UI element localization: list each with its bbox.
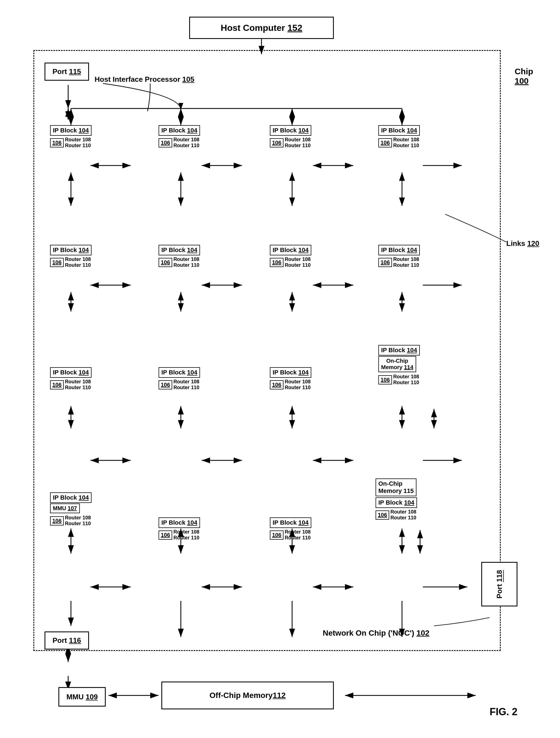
ni-r3c3: 106 xyxy=(270,380,283,389)
cell-r1-c3: IP Block 104 106 Router 108 Router 110 xyxy=(270,125,311,148)
ni-r3c4: 106 xyxy=(378,375,392,384)
ni-r2c3: 106 xyxy=(270,258,283,267)
ni-r1c1: 106 xyxy=(50,138,64,147)
router-row-r2c3: 106 Router 108 Router 110 xyxy=(270,257,310,268)
chip-border xyxy=(33,50,501,651)
ip-block-r4c2: IP Block 104 xyxy=(159,517,200,528)
cell-r2-c1: IP Block 104 106 Router 108 Router 110 xyxy=(50,245,91,268)
router-row-r3c3: 106 Router 108 Router 110 xyxy=(270,379,310,391)
ip-block-r2c2: IP Block 104 xyxy=(159,245,200,255)
router-row-r2c4: 106 Router 108 Router 110 xyxy=(378,257,419,268)
router-row-r1c1: 106 Router 108 Router 110 xyxy=(50,137,91,148)
host-computer-number: 152 xyxy=(287,23,302,33)
router-row-r4c1: 106 Router 108 Router 110 xyxy=(50,515,91,526)
router-row-r4c3: 106 Router 108 Router 110 xyxy=(270,529,310,541)
ip-block-r4c1: IP Block 104 xyxy=(50,492,91,503)
port-115-box: Port 115 xyxy=(44,63,89,81)
cell-r1-c2: IP Block 104 106 Router 108 Router 110 xyxy=(159,125,200,148)
cell-r4-c3: IP Block 104 106 Router 108 Router 110 xyxy=(270,517,311,541)
cell-r1-c4: IP Block 104 106 Router 108 Router 110 xyxy=(378,125,420,148)
mmu-107-box: MMU 107 xyxy=(50,503,80,513)
ni-r4c3: 106 xyxy=(270,530,283,540)
cell-r3-c3: IP Block 104 106 Router 108 Router 110 xyxy=(270,367,311,391)
ip-block-r3c2: IP Block 104 xyxy=(159,367,200,378)
cell-r3-c1: IP Block 104 106 Router 108 Router 110 xyxy=(50,367,91,391)
ip-block-r1c2: IP Block 104 xyxy=(159,125,200,136)
ni-r4c4: 106 xyxy=(375,510,389,519)
ip-block-r1c1: IP Block 104 xyxy=(50,125,91,136)
ip-block-r2c1: IP Block 104 xyxy=(50,245,91,255)
links-label: Links 120 xyxy=(506,239,539,248)
ni-r2c1: 106 xyxy=(50,258,64,267)
router-row-r3c4: 106 Router 108 Router 110 xyxy=(378,374,419,386)
ni-r1c2: 106 xyxy=(159,138,172,147)
ip-block-r3c4: IP Block 104 xyxy=(378,345,420,356)
ip-block-r2c3: IP Block 104 xyxy=(270,245,311,255)
ip-block-r4c3: IP Block 104 xyxy=(270,517,311,528)
router-row-r3c1: 106 Router 108 Router 110 xyxy=(50,379,91,391)
hip-label: Host Interface Processor 105 xyxy=(94,75,194,84)
cell-r4-c1: IP Block 104 MMU 107 106 Router 108 Rout… xyxy=(50,492,91,526)
router-row-r4c2: 106 Router 108 Router 110 xyxy=(159,529,199,541)
noc-label: Network On Chip ('NOC') 102 xyxy=(323,629,430,638)
ip-block-r3c1: IP Block 104 xyxy=(50,367,91,378)
fig-label: FIG. 2 xyxy=(490,706,517,718)
ni-r1c4: 106 xyxy=(378,138,392,147)
ni-r3c1: 106 xyxy=(50,380,64,389)
ip-block-r1c4: IP Block 104 xyxy=(378,125,420,136)
ip-block-r4c4: IP Block 104 xyxy=(375,497,417,508)
ni-r4c1: 106 xyxy=(50,516,64,525)
router-row-r2c1: 106 Router 108 Router 110 xyxy=(50,257,91,268)
ip-block-r1c3: IP Block 104 xyxy=(270,125,311,136)
router-row-r3c2: 106 Router 108 Router 110 xyxy=(159,379,199,391)
cell-r2-c3: IP Block 104 106 Router 108 Router 110 xyxy=(270,245,311,268)
ip-block-r3c3: IP Block 104 xyxy=(270,367,311,378)
cell-r4-c4: On-ChipMemory 115 IP Block 104 106 Route… xyxy=(375,478,417,521)
cell-r4-c2: IP Block 104 106 Router 108 Router 110 xyxy=(159,517,200,541)
on-chip-mem-114: On-ChipMemory 114 xyxy=(378,356,416,372)
router-row-r4c4: 106 Router 108 Router 110 xyxy=(375,509,416,521)
cell-r2-c4: IP Block 104 106 Router 108 Router 110 xyxy=(378,245,420,268)
chip-label: Chip 100 xyxy=(515,67,533,86)
router-row-r1c3: 106 Router 108 Router 110 xyxy=(270,137,310,148)
cell-r2-c2: IP Block 104 106 Router 108 Router 110 xyxy=(159,245,200,268)
ni-r4c2: 106 xyxy=(159,530,172,540)
ni-r1c3: 106 xyxy=(270,138,283,147)
cell-r3-c2: IP Block 104 106 Router 108 Router 110 xyxy=(159,367,200,391)
off-chip-memory-box: Off-Chip Memory112 xyxy=(161,682,334,709)
router-row-r2c2: 106 Router 108 Router 110 xyxy=(159,257,199,268)
port-116-box: Port 116 xyxy=(44,632,89,650)
host-computer-box: Host Computer 152 xyxy=(189,17,334,39)
cell-r3-c4: IP Block 104 On-ChipMemory 114 106 Route… xyxy=(378,345,420,386)
ip-block-r2c4: IP Block 104 xyxy=(378,245,420,255)
router-row-r1c2: 106 Router 108 Router 110 xyxy=(159,137,199,148)
ni-r3c2: 106 xyxy=(159,380,172,389)
ni-r2c4: 106 xyxy=(378,258,392,267)
router-row-r1c4: 106 Router 108 Router 110 xyxy=(378,137,419,148)
ni-r2c2: 106 xyxy=(159,258,172,267)
port-118-box: Port 118 xyxy=(481,562,517,607)
mmu-109-box: MMU 109 xyxy=(58,687,106,707)
host-computer-label: Host Computer xyxy=(221,23,285,33)
cell-r1-c1: IP Block 104 106 Router 108 Router 110 xyxy=(50,125,91,148)
diagram-container: Host Computer 152 Chip 100 Port 115 Host… xyxy=(17,11,540,726)
